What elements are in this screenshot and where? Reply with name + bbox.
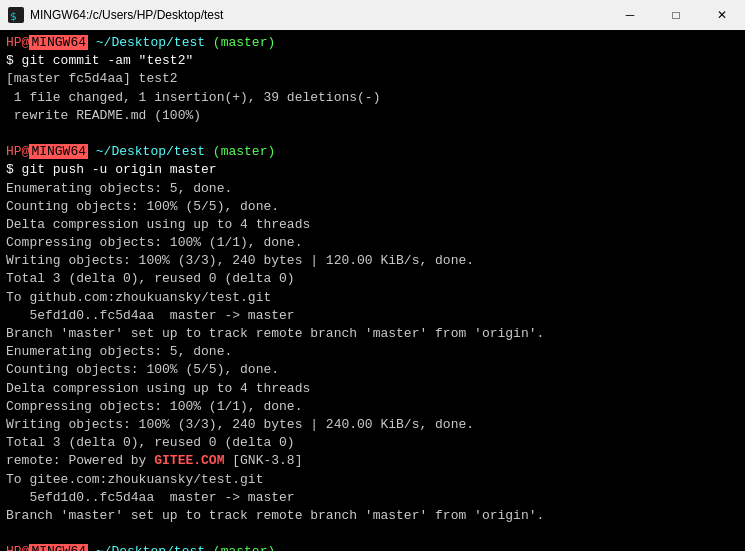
output-4: Enumerating objects: 5, done. — [6, 180, 739, 198]
output-10: To github.com:zhoukuansky/test.git — [6, 289, 739, 307]
prompt-line-1: HP@MINGW64 ~/Desktop/test (master) — [6, 34, 739, 52]
output-2: 1 file changed, 1 insertion(+), 39 delet… — [6, 89, 739, 107]
window: $ MINGW64:/c/Users/HP/Desktop/test ─ □ ✕… — [0, 0, 745, 551]
close-button[interactable]: ✕ — [699, 0, 745, 30]
blank-2 — [6, 525, 739, 543]
output-20: 5efd1d0..fc5d4aa master -> master — [6, 489, 739, 507]
terminal-body[interactable]: HP@MINGW64 ~/Desktop/test (master) $ git… — [0, 30, 745, 551]
blank-1 — [6, 125, 739, 143]
output-21: Branch 'master' set up to track remote b… — [6, 507, 739, 525]
output-16: Compressing objects: 100% (1/1), done. — [6, 398, 739, 416]
minimize-button[interactable]: ─ — [607, 0, 653, 30]
output-13: Enumerating objects: 5, done. — [6, 343, 739, 361]
prompt-line-2: HP@MINGW64 ~/Desktop/test (master) — [6, 143, 739, 161]
output-12: Branch 'master' set up to track remote b… — [6, 325, 739, 343]
output-7: Compressing objects: 100% (1/1), done. — [6, 234, 739, 252]
command-line-2: $ git push -u origin master — [6, 161, 739, 179]
output-5: Counting objects: 100% (5/5), done. — [6, 198, 739, 216]
output-17: Writing objects: 100% (3/3), 240 bytes |… — [6, 416, 739, 434]
output-18: Total 3 (delta 0), reused 0 (delta 0) — [6, 434, 739, 452]
prompt-line-3: HP@MINGW64 ~/Desktop/test (master) — [6, 543, 739, 551]
output-1: [master fc5d4aa] test2 — [6, 70, 739, 88]
output-8: Writing objects: 100% (3/3), 240 bytes |… — [6, 252, 739, 270]
output-3: rewrite README.md (100%) — [6, 107, 739, 125]
output-19: To gitee.com:zhoukuansky/test.git — [6, 471, 739, 489]
remote-line: remote: Powered by GITEE.COM [GNK-3.8] — [6, 452, 739, 470]
output-15: Delta compression using up to 4 threads — [6, 380, 739, 398]
titlebar-buttons: ─ □ ✕ — [607, 0, 745, 30]
command-line-1: $ git commit -am "test2" — [6, 52, 739, 70]
output-6: Delta compression using up to 4 threads — [6, 216, 739, 234]
output-9: Total 3 (delta 0), reused 0 (delta 0) — [6, 270, 739, 288]
titlebar: $ MINGW64:/c/Users/HP/Desktop/test ─ □ ✕ — [0, 0, 745, 30]
terminal-icon: $ — [8, 7, 24, 23]
output-14: Counting objects: 100% (5/5), done. — [6, 361, 739, 379]
output-11: 5efd1d0..fc5d4aa master -> master — [6, 307, 739, 325]
maximize-button[interactable]: □ — [653, 0, 699, 30]
svg-text:$: $ — [10, 10, 17, 23]
